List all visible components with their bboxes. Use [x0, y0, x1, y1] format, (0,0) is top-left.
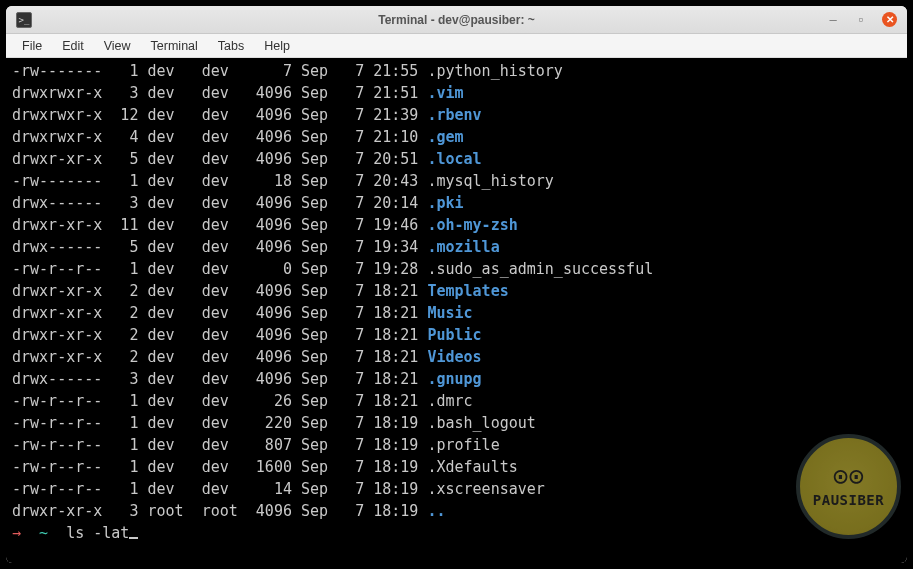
listing-row: -rw------- 1 dev dev 18 Sep 7 20:43 .mys… [12, 170, 901, 192]
listing-row: drwxr-xr-x 2 dev dev 4096 Sep 7 18:21 Mu… [12, 302, 901, 324]
prompt-arrow: → [12, 524, 21, 542]
menu-tabs[interactable]: Tabs [210, 37, 252, 55]
filename: .Xdefaults [427, 458, 517, 476]
filename: .xscreensaver [427, 480, 544, 498]
menubar: File Edit View Terminal Tabs Help [6, 34, 907, 58]
menu-terminal[interactable]: Terminal [143, 37, 206, 55]
listing-row: -rw-r--r-- 1 dev dev 1600 Sep 7 18:19 .X… [12, 456, 901, 478]
terminal-window: >_ Terminal - dev@pausiber: ~ – ▫ ✕ File… [6, 6, 907, 563]
filename: .dmrc [427, 392, 472, 410]
filename: .vim [427, 84, 463, 102]
minimize-button[interactable]: – [826, 13, 840, 27]
filename: .gem [427, 128, 463, 146]
listing-row: drwxr-xr-x 2 dev dev 4096 Sep 7 18:21 Vi… [12, 346, 901, 368]
filename: .profile [427, 436, 499, 454]
listing-row: drwx------ 3 dev dev 4096 Sep 7 20:14 .p… [12, 192, 901, 214]
menu-file[interactable]: File [14, 37, 50, 55]
listing-row: drwxr-xr-x 2 dev dev 4096 Sep 7 18:21 Te… [12, 280, 901, 302]
filename: Templates [427, 282, 508, 300]
listing-row: drwxrwxr-x 3 dev dev 4096 Sep 7 21:51 .v… [12, 82, 901, 104]
filename: .pki [427, 194, 463, 212]
menu-edit[interactable]: Edit [54, 37, 92, 55]
listing-row: drwxr-xr-x 3 root root 4096 Sep 7 18:19 … [12, 500, 901, 522]
listing-row: -rw-r--r-- 1 dev dev 26 Sep 7 18:21 .dmr… [12, 390, 901, 412]
window-title: Terminal - dev@pausiber: ~ [378, 13, 535, 27]
filename: .bash_logout [427, 414, 535, 432]
filename: .sudo_as_admin_successful [427, 260, 653, 278]
listing-row: drwxrwxr-x 12 dev dev 4096 Sep 7 21:39 .… [12, 104, 901, 126]
filename: .gnupg [427, 370, 481, 388]
listing-row: drwxrwxr-x 4 dev dev 4096 Sep 7 21:10 .g… [12, 126, 901, 148]
pausiber-logo: ⊙⊙ PAUSIBER [796, 434, 901, 539]
filename: .oh-my-zsh [427, 216, 517, 234]
listing-row: drwxr-xr-x 5 dev dev 4096 Sep 7 20:51 .l… [12, 148, 901, 170]
prompt-tilde: ~ [39, 524, 48, 542]
terminal-output[interactable]: -rw------- 1 dev dev 7 Sep 7 21:55 .pyth… [6, 58, 907, 563]
listing-row: -rw-r--r-- 1 dev dev 0 Sep 7 19:28 .sudo… [12, 258, 901, 280]
owl-icon: ⊙⊙ [833, 463, 864, 489]
filename: .local [427, 150, 481, 168]
filename: .mozilla [427, 238, 499, 256]
menu-help[interactable]: Help [256, 37, 298, 55]
listing-row: -rw-r--r-- 1 dev dev 14 Sep 7 18:19 .xsc… [12, 478, 901, 500]
prompt-line[interactable]: → ~ ls -lat [12, 522, 901, 544]
listing-row: -rw-r--r-- 1 dev dev 220 Sep 7 18:19 .ba… [12, 412, 901, 434]
listing-row: -rw-r--r-- 1 dev dev 807 Sep 7 18:19 .pr… [12, 434, 901, 456]
listing-row: drwxr-xr-x 2 dev dev 4096 Sep 7 18:21 Pu… [12, 324, 901, 346]
listing-row: drwxr-xr-x 11 dev dev 4096 Sep 7 19:46 .… [12, 214, 901, 236]
filename: Videos [427, 348, 481, 366]
filename: Music [427, 304, 472, 322]
filename: .. [427, 502, 445, 520]
maximize-button[interactable]: ▫ [854, 13, 868, 27]
listing-row: drwx------ 5 dev dev 4096 Sep 7 19:34 .m… [12, 236, 901, 258]
titlebar[interactable]: >_ Terminal - dev@pausiber: ~ – ▫ ✕ [6, 6, 907, 34]
prompt-command: ls -lat [66, 524, 129, 542]
logo-text: PAUSIBER [813, 489, 884, 511]
filename: .python_history [427, 62, 562, 80]
close-button[interactable]: ✕ [882, 12, 897, 27]
listing-row: drwx------ 3 dev dev 4096 Sep 7 18:21 .g… [12, 368, 901, 390]
filename: .rbenv [427, 106, 481, 124]
terminal-icon: >_ [16, 12, 32, 28]
filename: .mysql_history [427, 172, 553, 190]
filename: Public [427, 326, 481, 344]
menu-view[interactable]: View [96, 37, 139, 55]
cursor [129, 537, 138, 539]
window-controls: – ▫ ✕ [826, 12, 897, 27]
listing-row: -rw------- 1 dev dev 7 Sep 7 21:55 .pyth… [12, 60, 901, 82]
